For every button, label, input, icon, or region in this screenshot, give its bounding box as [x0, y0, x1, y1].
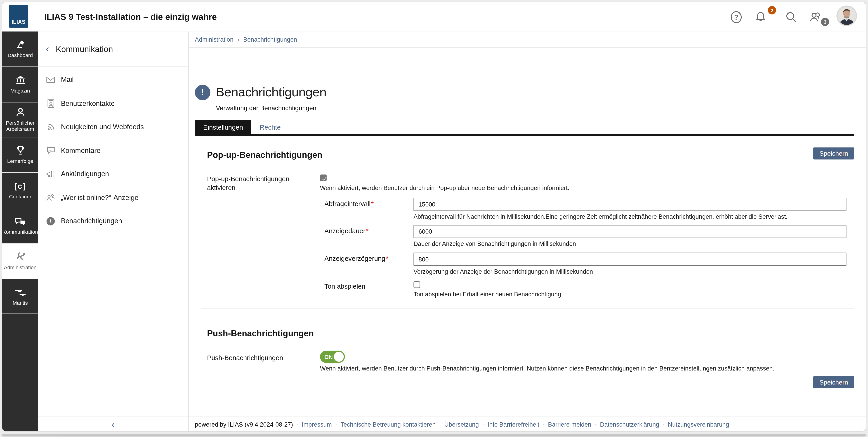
menu-item-kommentare[interactable]: Kommentare [38, 139, 188, 162]
sidebar-item-administration[interactable]: Administration [2, 243, 38, 279]
anzeigeverzoegerung-help: Verzögerung der Anzeige der Benachrichti… [413, 268, 593, 274]
sidebar-item-label: Persönlicher Arbeitsraum [3, 120, 37, 132]
menu-item-label: „Wer ist online?“-Anzeige [61, 194, 138, 202]
search-icon[interactable] [784, 11, 798, 24]
panel-title: Kommunikation [56, 44, 113, 54]
collapse-panel-chevron[interactable]: ‹ [38, 419, 188, 431]
notifications-bell-icon[interactable] [754, 11, 767, 24]
breadcrumb-administration[interactable]: Administration [195, 36, 234, 42]
kommunikation-panel: ‹ Kommunikation Mail [38, 32, 189, 431]
sidebar-item-dashboard[interactable]: Dashboard [2, 32, 38, 67]
enable-popup-checkbox[interactable] [320, 174, 327, 181]
push-toggle[interactable]: ON [320, 351, 345, 363]
ton-abspielen-checkbox[interactable] [413, 281, 420, 288]
sidebar-item-container[interactable]: [c] Container [2, 173, 38, 208]
ilias-logo[interactable]: ILIAS [9, 5, 28, 28]
breadcrumb-benachrichtigungen[interactable]: Benachrichtigungen [243, 36, 297, 42]
back-chevron-icon[interactable]: ‹ [46, 44, 49, 54]
breadcrumb: Administration › Benachrichtigungen [189, 32, 866, 48]
ton-abspielen-label: Ton abspielen [324, 282, 365, 291]
anzeigedauer-input[interactable] [413, 225, 846, 238]
menu-item-label: Mail [61, 76, 73, 84]
menu-item-benachrichtigungen[interactable]: ! Benachrichtigungen [38, 209, 188, 233]
tab-bar: Einstellungen Rechte [195, 120, 854, 136]
horizontal-scrollbar[interactable] [2, 434, 866, 437]
menu-item-wer-ist-online[interactable]: „Wer ist online?“-Anzeige [38, 186, 188, 209]
footer-separator: · [335, 421, 337, 428]
user-avatar[interactable] [836, 5, 857, 26]
contact-card-icon [46, 99, 55, 108]
footer-link-barriere-melden[interactable]: Barriere melden [548, 421, 591, 428]
anzeigedauer-label: Anzeigedauer* [324, 227, 368, 236]
powered-by-text: powered by ILIAS (v9.4 2024-08-27) [195, 421, 293, 428]
section-divider [201, 309, 854, 309]
abfrageintervall-input[interactable] [413, 198, 846, 211]
sidebar-item-mantis[interactable]: Mantis [2, 279, 38, 314]
trophy-icon [15, 145, 26, 156]
abfrageintervall-help: Abfrageintervall für Nachrichten in Mill… [413, 213, 787, 220]
footer-link-nutzungsvereinbarung[interactable]: Nutzungsvereinbarung [668, 421, 729, 428]
page-subtitle: Verwaltung der Benachrichtigungen [216, 105, 327, 111]
push-help: Wenn aktiviert, werden Benutzer durch Pu… [320, 365, 849, 372]
sidebar-item-persoenlicher-arbeitsraum[interactable]: Persönlicher Arbeitsraum [2, 102, 38, 138]
person-icon [15, 107, 26, 118]
ton-abspielen-help: Ton abspielen bei Erhalt einer neuen Ben… [413, 291, 563, 297]
sidebar-item-label: Magazin [10, 88, 30, 94]
installation-title: ILIAS 9 Test-Installation – die einzig w… [44, 2, 217, 32]
page-header: ! Benachrichtigungen Verwaltung der Bena… [195, 85, 327, 112]
main-sidebar: Dashboard Magazin Persönlicher Arbeitsra… [2, 32, 38, 431]
footer-link-info-barrierefreiheit[interactable]: Info Barrierefreiheit [488, 421, 539, 428]
menu-item-ankuendigungen[interactable]: Ankündigungen [38, 163, 188, 186]
footer-link-technische-betreuung[interactable]: Technische Betreuung kontaktieren [340, 421, 436, 428]
footer-separator: · [296, 421, 298, 428]
page-title: Benachrichtigungen [216, 85, 327, 100]
sidebar-item-magazin[interactable]: Magazin [2, 67, 38, 102]
anzeigeverzoegerung-label: Anzeigeverzögerung* [324, 254, 388, 263]
menu-item-label: Benachrichtigungen [61, 217, 122, 225]
toggle-on-label: ON [324, 351, 333, 363]
panel-menu: Mail Benutzerkontakte [38, 68, 188, 233]
footer-link-impressum[interactable]: Impressum [302, 421, 332, 428]
mail-icon [46, 75, 55, 85]
top-bar: ILIAS ILIAS 9 Test-Installation – die ei… [2, 2, 866, 32]
notifications-count-badge: 2 [768, 6, 776, 14]
svg-text:?: ? [734, 13, 738, 21]
tab-einstellungen[interactable]: Einstellungen [195, 120, 251, 134]
who-is-online-icon[interactable] [808, 11, 822, 24]
save-button-top[interactable]: Speichern [813, 147, 854, 159]
panel-header: ‹ Kommunikation [38, 32, 188, 67]
app-window: ILIAS ILIAS 9 Test-Installation – die ei… [2, 2, 866, 431]
sidebar-item-label: Kommunikation [2, 229, 38, 235]
tab-rechte[interactable]: Rechte [251, 120, 289, 134]
help-icon[interactable]: ? [730, 11, 743, 24]
online-count-badge: 3 [821, 18, 829, 26]
sidebar-item-kommunikation[interactable]: Kommunikation [2, 208, 38, 243]
menu-item-label: Kommentare [61, 147, 100, 154]
sidebar-item-lernerfolge[interactable]: Lernerfolge [2, 138, 38, 173]
menu-item-benutzerkontakte[interactable]: Benutzerkontakte [38, 92, 188, 115]
abfrageintervall-label: Abfrageintervall* [324, 200, 374, 208]
footer-divider [38, 417, 866, 417]
sidebar-item-label: Mantis [13, 300, 28, 306]
footer-link-uebersetzung[interactable]: Übersetzung [444, 421, 479, 428]
toggle-knob [334, 352, 344, 362]
required-mark: * [386, 255, 388, 263]
menu-item-mail[interactable]: Mail [38, 68, 188, 92]
sidebar-item-label: Dashboard [8, 53, 33, 59]
main-content: Administration › Benachrichtigungen ! Be… [189, 32, 866, 431]
bank-icon [15, 75, 26, 86]
footer-separator: · [662, 421, 664, 428]
menu-item-label: Benutzerkontakte [61, 99, 115, 107]
desk-lamp-icon [15, 39, 26, 51]
container-icon: [c] [15, 181, 26, 192]
menu-item-label: Neuigkeiten und Webfeeds [61, 123, 144, 131]
megaphone-icon [46, 169, 55, 179]
anzeigeverzoegerung-input[interactable] [413, 253, 846, 266]
sidebar-item-label: Lernerfolge [7, 158, 33, 165]
save-button-bottom[interactable]: Speichern [813, 376, 854, 388]
enable-popup-label: Pop-up-Benachrichtigungen aktivieren [207, 174, 301, 192]
menu-item-neuigkeiten-webfeeds[interactable]: Neuigkeiten und Webfeeds [38, 115, 188, 139]
footer-separator: · [542, 421, 545, 428]
footer-link-datenschutzerklaerung[interactable]: Datenschutzerklärung [600, 421, 659, 428]
logo-text: ILIAS [11, 19, 26, 25]
